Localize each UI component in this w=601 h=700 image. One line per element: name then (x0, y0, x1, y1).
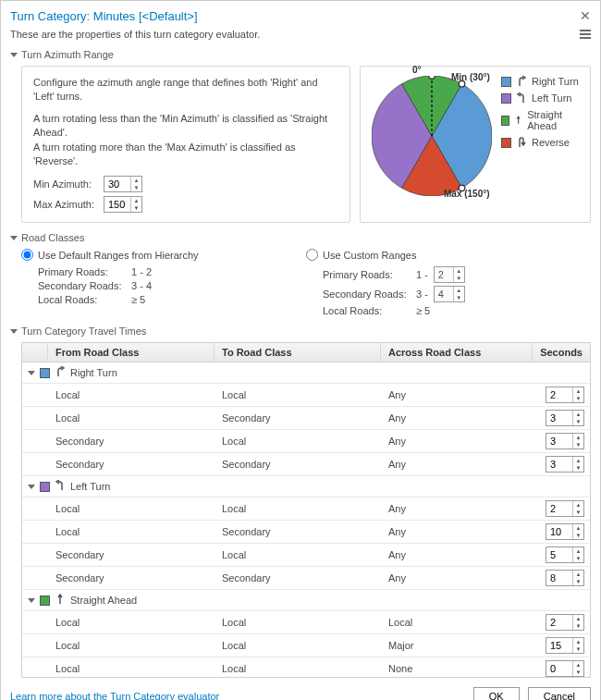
seconds-spinner[interactable]: ▲▼ (546, 570, 584, 586)
spin-down-icon[interactable]: ▼ (573, 418, 583, 425)
radio-default-ranges[interactable] (21, 249, 33, 261)
seconds-spinner[interactable]: ▲▼ (546, 410, 584, 426)
c-primary-input[interactable] (435, 267, 453, 282)
seconds-input[interactable] (546, 501, 572, 516)
spin-up-icon[interactable]: ▲ (573, 411, 583, 418)
spin-up-icon[interactable]: ▲ (573, 615, 583, 622)
seconds-input[interactable] (546, 661, 572, 676)
radio-custom-ranges[interactable] (306, 249, 318, 261)
seconds-input[interactable] (546, 411, 572, 425)
table-row[interactable]: SecondaryLocalAny▲▼ (22, 543, 590, 566)
spin-up-icon[interactable]: ▲ (573, 661, 583, 669)
min-azimuth-spinner[interactable]: ▲▼ (104, 176, 142, 192)
table-row[interactable]: LocalLocalAny▲▼ (22, 383, 590, 406)
section-azimuth-header[interactable]: Turn Azimuth Range (10, 49, 591, 60)
cell-from: Local (48, 637, 215, 654)
group-row[interactable]: Left Turn (22, 475, 590, 497)
seconds-spinner[interactable]: ▲▼ (546, 387, 584, 403)
spin-up-icon[interactable]: ▲ (573, 571, 583, 578)
section-azimuth-title: Turn Azimuth Range (21, 49, 114, 60)
seconds-input[interactable] (546, 547, 572, 562)
seconds-spinner[interactable]: ▲▼ (546, 546, 584, 563)
section-travel-header[interactable]: Turn Category Travel Times (10, 325, 591, 337)
spin-down-icon[interactable]: ▼ (573, 578, 583, 585)
section-road-header[interactable]: Road Classes (10, 232, 591, 243)
spin-up-icon[interactable]: ▲ (573, 387, 583, 395)
chevron-down-icon (10, 53, 18, 57)
chevron-down-icon[interactable] (28, 485, 35, 489)
learn-more-link[interactable]: Learn more about the Turn Category evalu… (10, 691, 219, 700)
spin-up-icon[interactable]: ▲ (131, 197, 141, 204)
spin-up-icon[interactable]: ▲ (573, 638, 583, 645)
seconds-input[interactable] (546, 615, 572, 630)
chevron-down-icon[interactable] (28, 598, 35, 603)
seconds-spinner[interactable]: ▲▼ (546, 614, 584, 631)
spin-down-icon[interactable]: ▼ (573, 555, 583, 562)
spin-down-icon[interactable]: ▼ (573, 532, 583, 539)
spin-down-icon[interactable]: ▼ (573, 441, 583, 448)
close-icon[interactable]: ✕ (580, 8, 591, 23)
spin-up-icon[interactable]: ▲ (573, 524, 583, 532)
cancel-button[interactable]: Cancel (528, 687, 591, 700)
spin-down-icon[interactable]: ▼ (131, 204, 141, 212)
table-row[interactable]: LocalLocalAny▲▼ (22, 497, 590, 520)
seconds-spinner[interactable]: ▲▼ (546, 500, 584, 517)
spin-up-icon[interactable]: ▲ (573, 501, 583, 509)
table-row[interactable]: LocalLocalMajor▲▼ (22, 633, 590, 657)
c-secondary-input[interactable] (435, 287, 453, 301)
chevron-down-icon (10, 236, 18, 240)
seconds-input[interactable] (546, 571, 572, 585)
group-row[interactable]: Right Turn (22, 362, 590, 383)
spin-up-icon[interactable]: ▲ (573, 547, 583, 555)
seconds-spinner[interactable]: ▲▼ (546, 433, 584, 449)
table-row[interactable]: SecondarySecondaryAny▲▼ (22, 566, 590, 589)
spin-down-icon[interactable]: ▼ (573, 509, 583, 516)
c-secondary-spinner[interactable]: ▲▼ (434, 286, 465, 302)
seconds-input[interactable] (546, 457, 572, 472)
cell-from: Secondary (48, 570, 215, 586)
seconds-input[interactable] (546, 638, 572, 653)
max-azimuth-input[interactable] (104, 197, 130, 212)
table-row[interactable]: SecondarySecondaryAny▲▼ (22, 452, 590, 475)
section-travel-title: Turn Category Travel Times (21, 325, 146, 337)
chevron-down-icon[interactable] (28, 371, 35, 375)
dialog-title: Turn Category: Minutes [<Default>] (10, 9, 198, 23)
spin-down-icon[interactable]: ▼ (131, 184, 141, 191)
local-label: Local Roads: (38, 294, 126, 305)
legend-left: Left Turn (532, 92, 571, 104)
c-primary-spinner[interactable]: ▲▼ (434, 266, 465, 283)
azimuth-body1: A turn rotating less than the 'Min Azimu… (33, 112, 338, 141)
max-azimuth-spinner[interactable]: ▲▼ (104, 196, 142, 213)
spin-up-icon[interactable]: ▲ (573, 457, 583, 464)
spin-up-icon[interactable]: ▲ (573, 434, 583, 441)
spin-down-icon[interactable]: ▼ (573, 464, 583, 472)
c-primary-label: Primary Roads: (323, 269, 411, 280)
table-body[interactable]: Right TurnLocalLocalAny▲▼LocalSecondaryA… (22, 362, 590, 677)
group-row[interactable]: Straight Ahead (22, 589, 590, 610)
menu-icon[interactable] (580, 30, 591, 39)
spin-up-icon[interactable]: ▲ (131, 177, 141, 184)
ok-button[interactable]: OK (473, 687, 520, 700)
spin-down-icon[interactable]: ▼ (573, 622, 583, 630)
seconds-spinner[interactable]: ▲▼ (546, 660, 584, 677)
table-row[interactable]: SecondaryLocalAny▲▼ (22, 429, 590, 452)
c-local-val: ≥ 5 (416, 305, 430, 316)
seconds-input[interactable] (546, 434, 572, 448)
cell-to: Local (215, 637, 381, 654)
seconds-spinner[interactable]: ▲▼ (546, 456, 584, 473)
seconds-input[interactable] (546, 387, 572, 402)
seconds-input[interactable] (546, 524, 572, 539)
table-row[interactable]: LocalSecondaryAny▲▼ (22, 406, 590, 429)
seconds-spinner[interactable]: ▲▼ (546, 523, 584, 540)
spin-down-icon[interactable]: ▼ (573, 669, 583, 676)
spin-down-icon[interactable]: ▼ (573, 395, 583, 402)
min-azimuth-input[interactable] (104, 177, 130, 191)
radio-default-label: Use Default Ranges from Hierarchy (38, 250, 199, 261)
table-row[interactable]: LocalSecondaryAny▲▼ (22, 520, 590, 543)
table-row[interactable]: LocalLocalLocal▲▼ (22, 610, 590, 633)
seconds-spinner[interactable]: ▲▼ (546, 637, 584, 654)
reverse-icon (516, 137, 527, 148)
legend-right: Right Turn (532, 76, 579, 87)
table-row[interactable]: LocalLocalNone▲▼ (22, 657, 590, 677)
spin-down-icon[interactable]: ▼ (573, 645, 583, 653)
